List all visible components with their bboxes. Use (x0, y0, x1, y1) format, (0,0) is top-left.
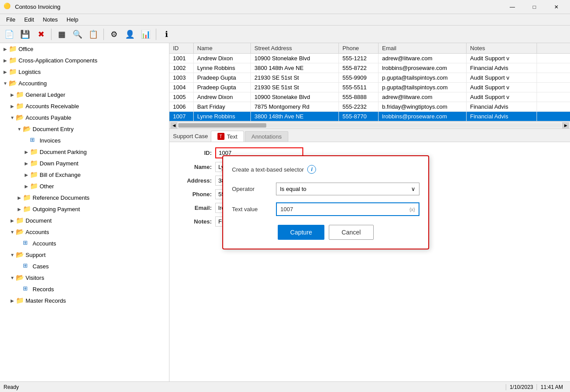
settings-button[interactable]: ⚙ (107, 27, 121, 42)
horizontal-scrollbar[interactable]: ◀ ▶ (169, 122, 570, 129)
sidebar-item-visitors[interactable]: ▼ 📂 Visitors (0, 272, 169, 283)
table-row[interactable]: 1003 Pradeep Gupta 21930 SE 51st St 555-… (169, 73, 570, 83)
menu-edit[interactable]: Edit (20, 15, 38, 24)
table-row[interactable]: 1004 Pradeep Gupta 21930 SE 51st St 555-… (169, 83, 570, 92)
cell-phone: 555-1212 (339, 54, 379, 63)
scroll-right-button[interactable]: ▶ (562, 122, 569, 128)
menu-help[interactable]: Help (62, 15, 83, 24)
sidebar-item-label: Document Entry (33, 126, 74, 132)
sidebar-item-accounts-table[interactable]: ▶ ⊞ Accounts (0, 238, 169, 249)
sidebar-item-accounts-receivable[interactable]: ▶ 📁 Accounts Receivable (0, 100, 169, 112)
grid-button[interactable]: ▦ (54, 27, 69, 42)
cell-notes: Financial Advis (467, 112, 537, 121)
sidebar-item-document-entry[interactable]: ▼ 📂 Document Entry (0, 123, 169, 135)
cell-id: 1004 (169, 83, 194, 92)
folder-icon: 📁 (16, 297, 24, 304)
search-button[interactable]: 🔍 (70, 27, 85, 42)
sidebar-item-support[interactable]: ▼ 📂 Support (0, 249, 169, 260)
info-icon: i (307, 165, 316, 174)
note-button[interactable]: 📋 (86, 27, 101, 42)
sidebar-content[interactable]: ▶ 📁 Office ▶ 📁 Cross-Application Compone… (0, 43, 169, 381)
minimize-button[interactable]: — (502, 0, 522, 14)
sidebar-item-bill-of-exchange[interactable]: ▶ 📁 Bill of Exchange (0, 169, 169, 180)
sidebar-item-label: Bill of Exchange (40, 172, 81, 178)
field-label-name: Name: (177, 164, 212, 170)
sidebar-item-cases[interactable]: ▶ ⊞ Cases (0, 260, 169, 272)
close-button[interactable]: ✕ (546, 0, 566, 14)
col-header-name: Name (194, 43, 251, 53)
menu-notes[interactable]: Notes (38, 15, 62, 24)
sidebar-item-office[interactable]: ▶ 📁 Office (0, 43, 169, 55)
save-button[interactable]: 💾 (18, 27, 33, 42)
sidebar-item-label: Invoices (40, 137, 61, 144)
sidebar-item-outgoing-payment[interactable]: ▶ 📁 Outgoing Payment (0, 203, 169, 215)
toolbar-separator-3 (156, 29, 156, 40)
sidebar-item-accounts-payable[interactable]: ▼ 📂 Accounts Payable (0, 112, 169, 123)
arrow-icon: ▶ (9, 103, 16, 110)
scroll-left-button[interactable]: ◀ (170, 122, 177, 128)
cell-phone: 555-9909 (339, 73, 379, 82)
cell-name: Andrew Dixon (194, 92, 251, 102)
cancel-button[interactable]: Cancel (329, 225, 374, 240)
sidebar-item-cross-app[interactable]: ▶ 📁 Cross-Application Components (0, 55, 169, 66)
delete-button[interactable]: ✖ (33, 27, 48, 42)
text-value-btn[interactable]: {x} (409, 207, 415, 212)
folder-icon: 📁 (16, 91, 24, 99)
people-button[interactable]: 👤 (122, 27, 137, 42)
arrow-icon: ▶ (23, 160, 30, 167)
sidebar-item-invoices[interactable]: ▶ ⊞ Invoices (0, 135, 169, 146)
sidebar-item-other[interactable]: ▶ 📁 Other (0, 180, 169, 192)
sidebar-item-logistics[interactable]: ▶ 📁 Logistics (0, 66, 169, 77)
sidebar-item-label: Accounts (33, 240, 56, 247)
table-row-selected[interactable]: 1007 Lynne Robbins 3800 148th Ave NE 555… (169, 112, 570, 121)
scroll-thumb[interactable] (178, 123, 266, 128)
sidebar-item-general-ledger[interactable]: ▶ 📁 General Ledger (0, 89, 169, 100)
table-icon: ⊞ (23, 285, 31, 293)
menu-bar: File Edit Notes Help (0, 14, 570, 26)
grid-header: ID Name Street Address Phone Email Notes (169, 43, 570, 54)
cell-name: Lynne Robbins (194, 112, 251, 121)
arrow-icon: ▶ (9, 91, 16, 98)
sidebar-item-label: Accounts Payable (26, 114, 71, 121)
cell-id: 1007 (169, 112, 194, 121)
table-row[interactable]: 1006 Bart Friday 7875 Montgomery Rd 555-… (169, 102, 570, 112)
sidebar-item-master-records[interactable]: ▶ 📁 Master Records (0, 295, 169, 306)
cell-street: 21930 SE 51st St (251, 83, 339, 92)
sidebar-item-document-parking[interactable]: ▶ 📁 Document Parking (0, 146, 169, 158)
maximize-button[interactable]: □ (524, 0, 544, 14)
scroll-track[interactable] (178, 123, 561, 128)
arrow-icon: ▶ (23, 171, 30, 178)
tab-text[interactable]: T Text (211, 131, 244, 142)
sidebar-item-down-payment[interactable]: ▶ 📁 Down Payment (0, 158, 169, 169)
table-row[interactable]: 1002 Lynne Robbins 3800 148th Ave NE 555… (169, 63, 570, 73)
sidebar-item-accounting[interactable]: ▼ 📂 Accounting (0, 77, 169, 89)
operator-label: Operator (232, 186, 276, 192)
sidebar-item-records[interactable]: ▶ ⊞ Records (0, 283, 169, 295)
text-value-input[interactable]: 1007 {x} (276, 202, 419, 216)
folder-icon: 📁 (30, 171, 38, 179)
new-button[interactable]: 📄 (2, 27, 17, 42)
folder-icon: 📁 (30, 182, 38, 190)
sidebar-item-reference-docs[interactable]: ▶ 📁 Reference Documents (0, 192, 169, 203)
folder-icon: 📂 (16, 251, 24, 259)
table-row[interactable]: 1005 Andrew Dixon 10900 Stonelake Blvd 5… (169, 92, 570, 102)
cell-notes: Financial Advis (467, 63, 537, 73)
table-row[interactable]: 1001 Andrew Dixon 10900 Stonelake Blvd 5… (169, 54, 570, 63)
status-right: 1/10/2023 11:41 AM (506, 384, 566, 390)
capture-button[interactable]: Capture (278, 225, 324, 240)
sidebar-item-document[interactable]: ▶ 📁 Document (0, 215, 169, 226)
cell-name: Andrew Dixon (194, 54, 251, 63)
sidebar-item-accounts-group[interactable]: ▼ 📂 Accounts (0, 226, 169, 238)
menu-file[interactable]: File (2, 15, 20, 24)
cell-notes: Audit Support v (467, 83, 537, 92)
info-button[interactable]: ℹ (159, 27, 174, 42)
table-icon: ⊞ (23, 262, 31, 270)
tab-annotations[interactable]: Annotations (245, 131, 288, 142)
excel-button[interactable]: 📊 (138, 27, 153, 42)
sidebar-item-label: Down Payment (40, 160, 78, 167)
sidebar-item-label: Document (26, 217, 51, 224)
folder-icon: 📁 (9, 68, 17, 76)
title-bar: 🟡 Contoso Invoicing — □ ✕ (0, 0, 570, 14)
cell-email: b.friday@wingtiptoys.com (379, 102, 467, 111)
operator-select[interactable]: Is equal to ∨ (276, 183, 419, 195)
